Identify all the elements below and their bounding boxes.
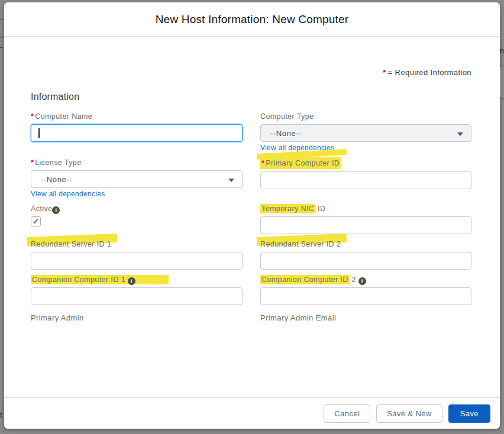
computer-type-selected-value: --None-- [270,129,302,138]
field-companion-computer-id-1: Companion Computer ID 1 i [31,274,243,305]
modal-title: New Host Information: New Computer [156,13,349,26]
field-redundant-server-id-1: Redundant Server ID 1 [31,239,243,270]
required-asterisk: * [31,112,34,121]
form-grid: *Computer Name Computer Type --None-- Vi… [31,111,471,327]
background-scrollbar [500,69,501,97]
computer-type-label-text: Computer Type [260,112,314,121]
field-active: Activei ✓ [31,203,243,234]
cancel-button[interactable]: Cancel [324,404,370,423]
required-asterisk: * [31,158,34,167]
save-and-new-button[interactable]: Save & New [376,404,442,423]
active-checkbox[interactable]: ✓ [31,216,41,226]
field-primary-admin: Primary Admin [31,310,243,322]
primary-admin-label: Primary Admin [31,313,243,322]
computer-name-label: *Computer Name [31,111,243,122]
highlight-annotation: *Primary Computer ID [260,157,341,169]
highlight-annotation: Redundant Server ID 2 [260,239,341,250]
field-computer-name: *Computer Name [31,111,243,153]
new-host-information-modal: New Host Information: New Computer *= Re… [4,2,500,429]
background-page-fragment: - [0,43,2,51]
computer-type-label: Computer Type [260,111,471,122]
save-button[interactable]: Save [448,404,490,423]
required-information-note: *= Required Information [31,68,471,77]
info-icon[interactable]: i [128,277,135,285]
computer-name-label-text: Computer Name [35,112,92,121]
highlight-annotation: Redundant Server ID 1 [31,239,111,250]
field-license-type: *License Type --None-- View all dependen… [31,157,243,199]
background-page-fragment: n [500,46,504,55]
redundant-server-id-2-input[interactable] [260,252,471,270]
redundant-server-id-1-label: Redundant Server ID 1 [31,239,243,250]
modal-header: New Host Information: New Computer [4,2,500,37]
companion-computer-id-2-input[interactable] [260,287,471,305]
field-redundant-server-id-2: Redundant Server ID 2 [260,239,471,270]
primary-computer-id-label-text: Primary Computer ID [266,159,340,167]
field-primary-admin-email: Primary Admin Email [260,310,471,322]
license-type-view-dependencies-link[interactable]: View all dependencies [31,190,105,198]
license-type-label-text: License Type [35,158,81,167]
section-heading-information: Information [31,92,471,102]
background-hairline [0,37,4,38]
background-page-fragment: t [0,410,2,420]
info-icon[interactable]: i [52,206,60,214]
temporary-nic-id-label-rest: ID [315,205,325,213]
computer-name-input[interactable] [31,124,243,142]
license-type-selected-value: --None-- [41,175,72,184]
background-hairline [500,98,504,99]
required-note-text: = Required Information [388,68,471,77]
primary-admin-email-label: Primary Admin Email [260,313,471,322]
field-primary-computer-id: *Primary Computer ID [260,157,471,199]
modal-footer: Cancel Save & New Save [4,397,500,429]
background-hairline [500,65,504,66]
background-hairline [0,19,4,20]
primary-computer-id-label: *Primary Computer ID [260,157,471,169]
info-icon[interactable]: i [358,277,366,285]
companion-computer-id-1-label: Companion Computer ID 1 i [31,274,243,285]
chevron-down-icon [228,179,234,182]
text-cursor [38,128,40,138]
active-label: Activei [31,203,243,214]
required-asterisk: * [383,68,386,77]
temporary-nic-id-input[interactable] [260,216,471,234]
modal-body: *= Required Information Information *Com… [4,37,500,397]
highlight-annotation: Temporary NIC [260,204,315,213]
companion-computer-id-1-label-text: Companion Computer ID 1 [32,276,125,284]
field-temporary-nic-id: Temporary NIC ID [260,203,471,234]
license-type-select[interactable]: --None-- [31,170,243,188]
companion-computer-id-2-label: Companion Computer ID 2 i [260,274,471,285]
companion-computer-id-1-input[interactable] [31,287,243,305]
redundant-server-id-1-input[interactable] [31,252,243,270]
active-label-text: Active [31,205,52,213]
screen: - n t New Host Information: New Computer… [0,0,504,434]
required-asterisk: * [261,159,264,167]
license-type-label: *License Type [31,157,243,168]
highlight-annotation: Companion Computer ID [260,275,350,284]
computer-type-select[interactable]: --None-- [260,124,471,142]
chevron-down-icon [457,132,463,136]
companion-computer-id-2-label-rest: 2 [350,276,356,284]
field-companion-computer-id-2: Companion Computer ID 2 i [260,274,471,305]
redundant-server-id-2-label: Redundant Server ID 2 [260,239,471,250]
field-computer-type: Computer Type --None-- View all dependen… [260,111,471,153]
primary-computer-id-input[interactable] [260,171,471,189]
temporary-nic-id-label: Temporary NIC ID [260,203,471,214]
highlight-annotation: Companion Computer ID 1 i [31,275,169,284]
